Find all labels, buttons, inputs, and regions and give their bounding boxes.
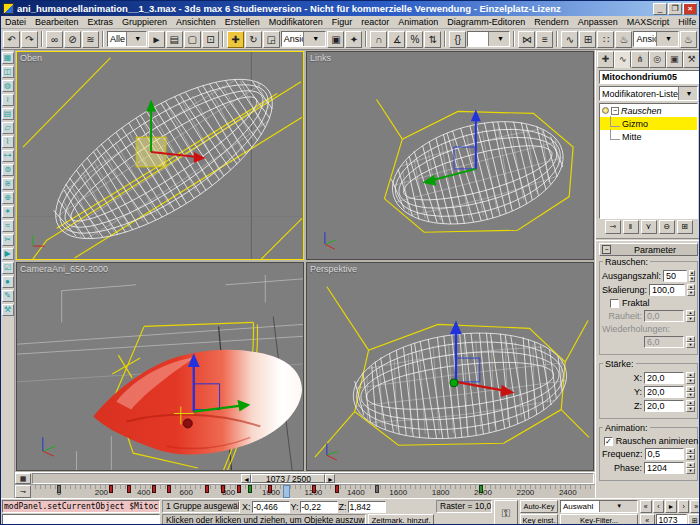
phase-field[interactable]: 1204 bbox=[644, 462, 684, 474]
tab-modify[interactable]: ∿ bbox=[614, 51, 631, 68]
named-selection-sets-button[interactable]: {} bbox=[449, 31, 466, 48]
time-slider-handle[interactable]: 1073 / 2500 bbox=[251, 474, 325, 483]
make-unique-button[interactable]: ⋎ bbox=[641, 220, 657, 234]
close-button[interactable]: × bbox=[683, 3, 697, 15]
restore-button[interactable]: ❐ bbox=[668, 3, 682, 15]
viewport-camera[interactable]: CameraAni_650-2000 bbox=[16, 262, 304, 471]
align-button[interactable]: ≡ bbox=[536, 31, 553, 48]
parameter-rollout-header[interactable]: − Parameter bbox=[599, 243, 698, 256]
modifier-list-dropdown[interactable]: Modifikatoren-Liste ▼ bbox=[599, 86, 698, 101]
menu-item-hilfe[interactable]: Hilfe bbox=[678, 17, 696, 27]
keyframe-marker[interactable] bbox=[237, 485, 241, 493]
previous-frame-button[interactable]: ‹ bbox=[653, 500, 665, 513]
gizmo-z-arrow[interactable] bbox=[450, 320, 462, 334]
scale-field[interactable]: 100,0 bbox=[649, 284, 685, 296]
select-by-name-button[interactable]: ▤ bbox=[166, 31, 183, 48]
use-pivot-center-button[interactable]: ▣ bbox=[327, 31, 344, 48]
viewport-top[interactable]: Oben bbox=[16, 51, 304, 260]
keyframe-marker[interactable] bbox=[221, 485, 225, 493]
current-frame-field[interactable]: 1073 bbox=[656, 514, 687, 525]
maxscript-listener-input[interactable] bbox=[2, 514, 160, 525]
menu-item-modifikatoren[interactable]: Modifikatoren bbox=[269, 17, 323, 27]
quick-render-button[interactable]: ♨ bbox=[680, 31, 697, 48]
strength-x-spinner[interactable]: ▲▼ bbox=[686, 372, 695, 384]
stack-item-mitte[interactable]: Mitte bbox=[600, 130, 697, 143]
utilities-icon[interactable]: ⚒ bbox=[2, 304, 14, 316]
viewport-left-label[interactable]: Links bbox=[310, 53, 331, 63]
menu-item-rendern[interactable]: Rendern bbox=[534, 17, 569, 27]
coord-z-field[interactable]: 1,842 bbox=[348, 501, 386, 513]
time-slider-track[interactable]: ◄ 1073 / 2500 ► bbox=[32, 473, 594, 484]
select-and-link-button[interactable]: ∞ bbox=[46, 31, 63, 48]
gizmo-x-arrow[interactable] bbox=[194, 152, 206, 163]
phase-spinner[interactable]: ▲▼ bbox=[686, 462, 695, 474]
set-keys-button[interactable]: ⚿ bbox=[494, 500, 518, 525]
schematic-view-button[interactable]: ⊞ bbox=[579, 31, 596, 48]
menu-item-diagramm-editoren[interactable]: Diagramm-Editoren bbox=[447, 17, 525, 27]
lightbulb-icon[interactable] bbox=[602, 107, 609, 114]
select-and-scale-button[interactable]: ◲ bbox=[263, 31, 280, 48]
bind-to-space-warp-button[interactable]: ≋ bbox=[82, 31, 99, 48]
property-editor-icon[interactable]: ✎ bbox=[2, 290, 14, 302]
rectangular-selection-button[interactable]: ▢ bbox=[184, 31, 201, 48]
key-mode-toggle-button[interactable]: « bbox=[640, 514, 655, 525]
keyframe-marker[interactable] bbox=[335, 485, 339, 493]
snap-toggle-3d-button[interactable]: ∩ bbox=[370, 31, 387, 48]
viewport-perspective[interactable]: Perspektive bbox=[306, 262, 594, 471]
deforming-mesh-collection-icon[interactable]: ▤ bbox=[2, 108, 14, 120]
mini-curve-editor-button[interactable]: ▦ bbox=[15, 473, 31, 484]
chevron-down-icon[interactable]: ▼ bbox=[126, 32, 145, 46]
strength-x-field[interactable]: 20,0 bbox=[644, 372, 684, 384]
keyframe-marker[interactable] bbox=[152, 485, 156, 493]
mirror-button[interactable]: ⋈ bbox=[518, 31, 535, 48]
menu-item-animation[interactable]: Animation bbox=[398, 17, 438, 27]
create-animation-icon[interactable]: ● bbox=[2, 276, 14, 288]
collapse-icon[interactable]: − bbox=[611, 107, 619, 115]
set-key-button[interactable]: Key einst. bbox=[520, 514, 558, 525]
render-scene-button[interactable]: ♨ bbox=[615, 31, 632, 48]
menu-item-maxscript[interactable]: MAXScript bbox=[627, 17, 670, 27]
menu-item-bearbeiten[interactable]: Bearbeiten bbox=[35, 17, 79, 27]
redo-button[interactable]: ↷ bbox=[21, 31, 38, 48]
minimize-button[interactable]: _ bbox=[653, 3, 667, 15]
chevron-down-icon[interactable]: ▼ bbox=[656, 32, 678, 46]
go-to-end-button[interactable]: » bbox=[690, 500, 700, 513]
keyframe-marker[interactable] bbox=[312, 485, 316, 493]
spring-tool-icon[interactable]: ⌇ bbox=[2, 136, 14, 148]
play-button[interactable]: ► bbox=[665, 500, 677, 513]
configure-modifier-sets-button[interactable]: ⊞ bbox=[677, 220, 693, 234]
render-type-dropdown[interactable]: Ansicht▼ bbox=[633, 31, 679, 47]
water-tool-icon[interactable]: ≈ bbox=[2, 220, 14, 232]
coord-x-field[interactable]: -0,466 bbox=[252, 501, 290, 513]
soft-body-collection-icon[interactable]: ◍ bbox=[2, 80, 14, 92]
selection-filter-dropdown[interactable]: Alle▼ bbox=[107, 31, 147, 47]
dashpot-tool-icon[interactable]: ⊶ bbox=[2, 150, 14, 162]
keyframe-marker[interactable] bbox=[268, 485, 272, 493]
time-configuration-button[interactable]: ⊞ bbox=[688, 514, 700, 525]
angle-snap-button[interactable]: ∡ bbox=[388, 31, 405, 48]
strength-y-spinner[interactable]: ▲▼ bbox=[686, 386, 695, 398]
select-and-rotate-button[interactable]: ↻ bbox=[245, 31, 262, 48]
cloth-modifier-icon[interactable]: ✂ bbox=[2, 234, 14, 246]
chevron-down-icon[interactable]: ▼ bbox=[303, 32, 325, 46]
auto-key-button[interactable]: Auto-Key bbox=[520, 500, 558, 513]
named-selection-dropdown[interactable]: ▼ bbox=[467, 31, 510, 47]
percent-snap-button[interactable]: % bbox=[406, 31, 423, 48]
animate-noise-checkbox[interactable]: ✓ bbox=[604, 437, 613, 446]
maxscript-listener-output[interactable]: modPanel.setCurrentObject $Mitochondrium… bbox=[2, 500, 160, 513]
keyframe-marker[interactable] bbox=[167, 485, 171, 493]
menu-item-anpassen[interactable]: Anpassen bbox=[578, 17, 618, 27]
seed-spinner[interactable]: ▲▼ bbox=[689, 270, 695, 282]
remove-modifier-button[interactable]: ⊖ bbox=[659, 220, 675, 234]
tab-hierarchy[interactable]: ⋔ bbox=[631, 51, 648, 68]
toy-car-tool-icon[interactable]: ⊕ bbox=[2, 192, 14, 204]
cloth-collection-icon[interactable]: ◫ bbox=[2, 66, 14, 78]
tab-utilities[interactable]: ⚒ bbox=[683, 51, 700, 68]
strength-y-field[interactable]: 20,0 bbox=[644, 386, 684, 398]
select-and-manipulate-button[interactable]: ✦ bbox=[345, 31, 362, 48]
window-crossing-toggle[interactable]: ⊡ bbox=[202, 31, 219, 48]
tab-create[interactable]: ✚ bbox=[597, 51, 614, 68]
current-frame-marker[interactable] bbox=[283, 485, 290, 498]
strength-z-spinner[interactable]: ▲▼ bbox=[686, 400, 695, 412]
viewport-top-label[interactable]: Oben bbox=[20, 53, 42, 63]
